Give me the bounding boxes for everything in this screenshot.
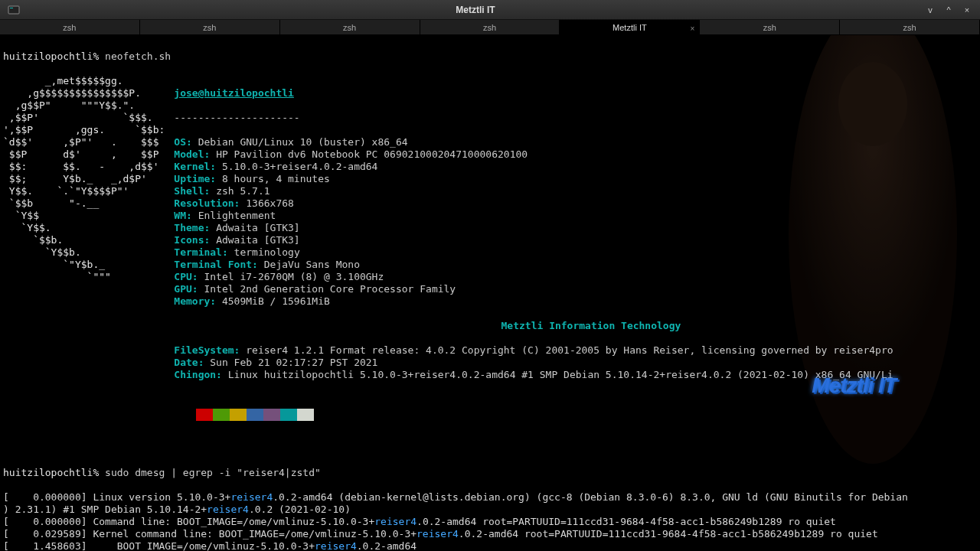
info-line: Chingon: Linux huitzilopochtli 5.10.0-3+… bbox=[174, 369, 893, 381]
info-line: FileSystem: reiser4 1.2.1 Format release… bbox=[174, 344, 893, 357]
terminal[interactable]: huitzilopochtli% neofetch.sh _,met$$$$$g… bbox=[0, 35, 980, 551]
info-line: CPU: Intel i7-2670QM (8) @ 3.100GHz bbox=[174, 271, 893, 283]
info-line: Date: Sun Feb 21 02:17:27 PST 2021 bbox=[174, 357, 893, 369]
info-line: WM: Enlightenment bbox=[174, 210, 893, 222]
info-line: Uptime: 8 hours, 4 minutes bbox=[174, 173, 893, 185]
tab-1[interactable]: zsh bbox=[140, 20, 280, 34]
tab-6[interactable]: zsh bbox=[840, 20, 980, 34]
separator: --------------------- bbox=[174, 112, 893, 124]
log-line: [ 0.000000] Command line: BOOT_IMAGE=/om… bbox=[3, 516, 977, 528]
neofetch-info: jose@huitzilopochtli -------------------… bbox=[174, 75, 893, 393]
prompt-host: huitzilopochtli% bbox=[3, 51, 99, 62]
tab-0[interactable]: zsh bbox=[0, 20, 140, 34]
prompt-cmd: neofetch.sh bbox=[99, 51, 171, 62]
close-button[interactable]: × bbox=[960, 3, 974, 17]
tab-5[interactable]: zsh bbox=[700, 20, 840, 34]
log-line: ) 2.31.1) #1 SMP Debian 5.10.14-2+reiser… bbox=[3, 504, 977, 516]
log-line: [ 0.000000] Linux version 5.10.0-3+reise… bbox=[3, 491, 977, 504]
svg-rect-2 bbox=[8, 6, 19, 14]
info-line: Theme: Adwaita [GTK3] bbox=[174, 222, 893, 234]
info-line: Terminal: terminology bbox=[174, 246, 893, 259]
log-line: [ 0.029589] Kernel command line: BOOT_IM… bbox=[3, 528, 977, 540]
color-swatch bbox=[247, 409, 263, 421]
color-swatch bbox=[230, 409, 247, 421]
tab-4[interactable]: Metztli IT× bbox=[560, 20, 700, 34]
app-icon bbox=[5, 1, 23, 19]
info-line: Model: HP Pavilion dv6 Notebook PC 06902… bbox=[174, 148, 893, 161]
brand-line: Metztli Information Technology bbox=[174, 320, 893, 332]
maximize-button[interactable]: ^ bbox=[942, 3, 956, 17]
color-swatch bbox=[280, 409, 297, 421]
info-line: Memory: 4509MiB / 15961MiB bbox=[174, 295, 893, 308]
info-line: Icons: Adwaita [GTK3] bbox=[174, 234, 893, 246]
window-title: Metztli IT bbox=[28, 5, 923, 15]
color-swatch bbox=[297, 409, 314, 421]
color-swatches bbox=[196, 409, 977, 421]
titlebar: Metztli IT v ^ × bbox=[0, 0, 980, 20]
info-line: Terminal Font: DejaVu Sans Mono bbox=[174, 259, 893, 271]
color-swatch bbox=[263, 409, 280, 421]
color-swatch bbox=[196, 409, 213, 421]
info-line: GPU: Intel 2nd Generation Core Processor… bbox=[174, 283, 893, 295]
tab-2[interactable]: zsh bbox=[280, 20, 420, 34]
log-line: [ 1.458603] BOOT_IMAGE=/ome/vmlinuz-5.10… bbox=[3, 540, 977, 551]
ascii-logo: _,met$$$$$gg. ,g$$$$$$$$$$$$$$$P. ,g$$P"… bbox=[3, 75, 165, 393]
prompt-cmd: sudo dmesg | egrep -i "reiser4|zstd" bbox=[99, 467, 321, 478]
info-line: Kernel: 5.10.0-3+reiser4.0.2-amd64 bbox=[174, 161, 893, 173]
tab-close-icon[interactable]: × bbox=[690, 21, 694, 37]
info-line: Resolution: 1366x768 bbox=[174, 197, 893, 210]
tab-3[interactable]: zsh bbox=[420, 20, 560, 34]
minimize-button[interactable]: v bbox=[923, 3, 937, 17]
svg-rect-3 bbox=[10, 8, 13, 8]
info-line: OS: Debian GNU/Linux 10 (buster) x86_64 bbox=[174, 136, 893, 148]
tabbar: zshzshzshzshMetztli IT×zshzsh bbox=[0, 20, 980, 35]
info-line: Shell: zsh 5.7.1 bbox=[174, 185, 893, 197]
prompt-host: huitzilopochtli% bbox=[3, 467, 99, 478]
color-swatch bbox=[213, 409, 230, 421]
userhost: jose@huitzilopochtli bbox=[174, 87, 893, 99]
